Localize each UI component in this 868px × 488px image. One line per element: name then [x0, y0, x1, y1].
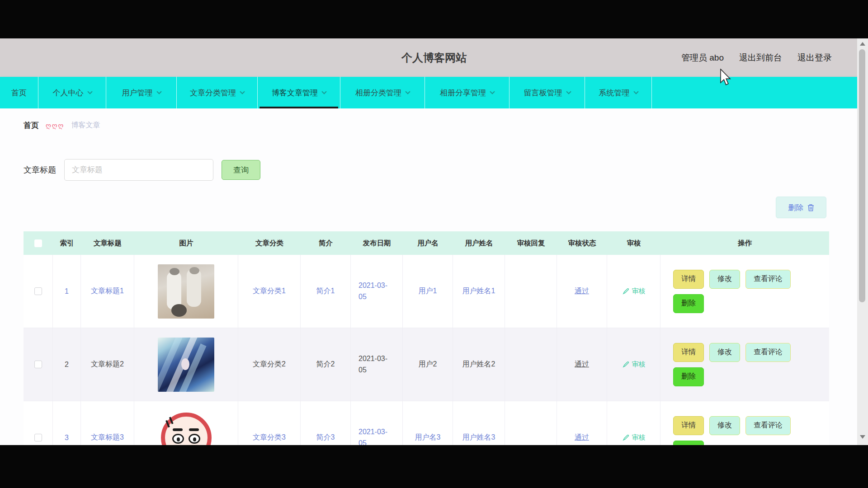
chevron-down-icon	[405, 89, 410, 94]
scroll-up-icon[interactable]	[860, 42, 865, 46]
detail-button[interactable]: 详情	[673, 416, 704, 435]
scroll-down-icon[interactable]	[860, 435, 865, 439]
audit-label: 审核	[632, 287, 646, 296]
shinchan-face	[161, 413, 212, 446]
audit-status-link[interactable]: 通过	[575, 360, 589, 369]
edit-button[interactable]: 修改	[709, 416, 740, 435]
view-comments-button[interactable]: 查看评论	[745, 343, 791, 362]
view-comments-button[interactable]: 查看评论	[745, 270, 791, 289]
nav-item-1[interactable]: 首页	[0, 77, 38, 108]
nav-item-5[interactable]: 博客文章管理	[258, 77, 340, 108]
edit-button[interactable]: 修改	[709, 343, 740, 362]
select-all-checkbox[interactable]	[34, 239, 42, 247]
username-value: 用户1	[419, 286, 437, 296]
scrollbar[interactable]	[857, 38, 868, 445]
category-value[interactable]: 文章分类3	[253, 433, 286, 442]
pencil-icon	[622, 288, 629, 295]
article-title-link[interactable]: 文章标题1	[91, 286, 124, 296]
query-button[interactable]: 查询	[222, 160, 260, 180]
audit-link[interactable]: 审核	[622, 433, 646, 442]
realname-value: 用户姓名2	[462, 360, 495, 369]
logout-to-front-link[interactable]: 退出到前台	[739, 52, 782, 64]
nav-item-4[interactable]: 文章分类管理	[177, 77, 258, 108]
cell-image	[134, 401, 238, 445]
detail-button[interactable]: 详情	[673, 270, 704, 289]
column-header: 简介	[301, 239, 351, 248]
row-select-cell	[24, 401, 53, 445]
cell-article-title: 文章标题1	[81, 255, 134, 328]
nav-item-6[interactable]: 相册分类管理	[340, 77, 425, 108]
action-buttons: 详情修改查看评论删除	[667, 343, 823, 386]
cell-category: 文章分类1	[238, 255, 301, 328]
chevron-down-icon	[156, 89, 161, 94]
breadcrumb-current: 博客文章	[71, 121, 100, 130]
bulk-delete-button[interactable]: 删除	[776, 197, 826, 218]
category-value[interactable]: 文章分类1	[253, 286, 286, 296]
date-value: 2021-03-05	[359, 353, 395, 376]
username-value: 用户名3	[415, 433, 441, 442]
cell-realname: 用户姓名2	[453, 328, 505, 401]
logout-link[interactable]: 退出登录	[797, 52, 832, 64]
nav-item-label: 博客文章管理	[272, 88, 318, 98]
nav-item-8[interactable]: 留言板管理	[509, 77, 585, 108]
delete-button[interactable]: 删除	[673, 294, 704, 313]
delete-button[interactable]: 删除	[673, 441, 704, 446]
column-header: 审核回复	[505, 239, 557, 248]
chevron-down-icon	[633, 89, 638, 94]
nav-item-2[interactable]: 个人中心	[38, 77, 106, 108]
nav-item-label: 文章分类管理	[190, 88, 236, 98]
trash-icon	[807, 204, 814, 211]
breadcrumb-separator-icon: ღღღ	[46, 122, 64, 130]
audit-link[interactable]: 审核	[622, 360, 646, 369]
chevron-down-icon	[240, 89, 245, 94]
cell-actions: 详情修改查看评论删除	[660, 255, 829, 328]
date-value: 2021-03-05	[359, 280, 395, 303]
intro-value: 简介1	[316, 286, 335, 296]
cell-audit-status: 通过	[557, 401, 607, 445]
audit-link[interactable]: 审核	[622, 287, 646, 296]
cell-username: 用户1	[403, 255, 453, 328]
pencil-icon	[622, 434, 629, 441]
table-row: 3文章标题3文章分类3简介32021-03-05用户名3用户姓名3通过审核详情修…	[24, 401, 829, 445]
cell-audit: 审核	[607, 328, 660, 401]
view-comments-button[interactable]: 查看评论	[745, 416, 791, 435]
column-header: 文章标题	[81, 239, 134, 248]
intro-value: 简介3	[316, 433, 335, 442]
date-value: 2021-03-05	[359, 427, 395, 445]
main-nav: 首页个人中心用户管理文章分类管理博客文章管理相册分类管理相册分享管理留言板管理系…	[0, 77, 868, 108]
cell-article-title: 文章标题2	[81, 328, 134, 401]
nav-item-label: 个人中心	[53, 88, 84, 98]
exclaim-marks	[165, 420, 170, 427]
row-checkbox[interactable]	[34, 434, 42, 441]
article-title-link[interactable]: 文章标题2	[91, 360, 124, 369]
breadcrumb-home[interactable]: 首页	[24, 120, 39, 131]
nav-item-9[interactable]: 系统管理	[585, 77, 652, 108]
audit-status-link[interactable]: 通过	[575, 433, 589, 442]
category-value[interactable]: 文章分类2	[253, 360, 286, 369]
edit-button[interactable]: 修改	[709, 270, 740, 289]
delete-button[interactable]: 删除	[673, 367, 704, 386]
column-header: 审核状态	[557, 239, 607, 248]
nav-item-7[interactable]: 相册分享管理	[425, 77, 509, 108]
cell-username: 用户名3	[403, 401, 453, 445]
pencil-icon	[622, 361, 629, 368]
audit-status-link[interactable]: 通过	[575, 286, 589, 296]
column-header: 审核	[607, 239, 660, 248]
article-title-input[interactable]	[64, 159, 213, 181]
article-title-link[interactable]: 文章标题3	[91, 433, 124, 442]
row-select-cell	[24, 328, 53, 401]
index-value: 1	[65, 287, 69, 296]
cell-audit-reply	[505, 328, 557, 401]
action-buttons: 详情修改查看评论删除	[667, 270, 823, 313]
detail-button[interactable]: 详情	[673, 343, 704, 362]
chevron-down-icon	[490, 89, 495, 94]
cell-audit-reply	[505, 401, 557, 445]
chevron-down-icon	[321, 89, 326, 94]
nav-item-label: 相册分享管理	[440, 88, 486, 98]
row-checkbox[interactable]	[34, 361, 42, 368]
row-checkbox[interactable]	[34, 287, 42, 295]
scrollbar-thumb[interactable]	[859, 49, 865, 302]
cell-publish-date: 2021-03-05	[351, 401, 403, 445]
nav-item-3[interactable]: 用户管理	[106, 77, 177, 108]
nav-item-label: 相册分类管理	[355, 88, 401, 98]
